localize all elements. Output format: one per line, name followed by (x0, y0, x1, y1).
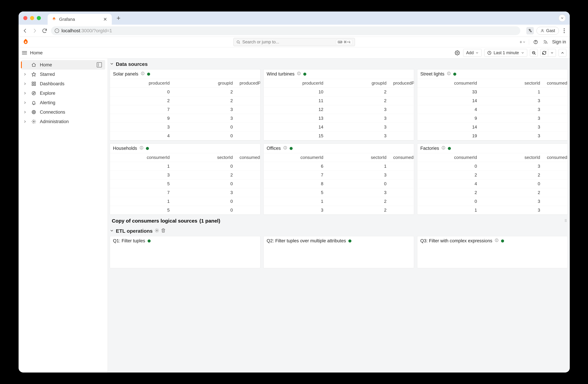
panel-header[interactable]: Households (110, 144, 260, 153)
browser-tab[interactable]: Grafana ✕ (48, 14, 112, 25)
table-row[interactable]: 61 (264, 162, 414, 171)
table-row[interactable]: 12 (264, 197, 414, 206)
sidebar-item-home[interactable]: Home (21, 60, 105, 70)
table-row[interactable]: 10 (110, 162, 260, 171)
table-row[interactable]: 73 (264, 171, 414, 179)
help-button[interactable] (532, 39, 539, 45)
panel-header[interactable]: Q3: Filter with complex expressions (417, 236, 567, 246)
table-row[interactable]: 133 (264, 114, 414, 123)
table-row[interactable]: 50 (110, 179, 260, 188)
table-row[interactable]: 03 (417, 162, 567, 171)
table-row[interactable]: 80 (264, 179, 414, 188)
info-icon[interactable] (283, 146, 287, 151)
col-header[interactable]: consumerId (264, 153, 327, 162)
info-icon[interactable] (140, 146, 144, 151)
table-row[interactable]: 40 (417, 179, 567, 188)
table-row[interactable]: 93 (110, 114, 260, 123)
info-icon[interactable] (297, 71, 301, 77)
sidebar-item-starred[interactable]: Starred (19, 70, 107, 79)
table-row[interactable]: 331 (417, 88, 567, 96)
col-header[interactable]: groupId (173, 79, 236, 88)
row-settings-icon[interactable] (155, 228, 159, 234)
address-input[interactable]: localhost:3000/?orgId=1 (51, 26, 520, 35)
table-row[interactable]: 43 (417, 105, 567, 114)
nav-reload-button[interactable] (41, 27, 48, 34)
add-panel-button[interactable]: Add (463, 49, 482, 57)
tab-list-button[interactable] (559, 15, 566, 21)
sign-in-link[interactable]: Sign in (552, 39, 566, 44)
table-row[interactable]: 50 (110, 206, 260, 215)
table-row[interactable]: 102 (264, 88, 414, 96)
sidebar-item-connections[interactable]: Connections (19, 107, 107, 117)
panel-header[interactable]: Q1: Filter tuples (110, 236, 260, 246)
profile-button[interactable]: Gast (537, 27, 559, 35)
table-row[interactable]: 153 (264, 131, 414, 140)
row-copy-consumers[interactable]: Copy of consumers logical sources (1 pan… (110, 215, 568, 225)
table-row[interactable]: 143 (417, 96, 567, 105)
row-delete-icon[interactable] (161, 228, 166, 234)
table-row[interactable]: 112 (264, 96, 414, 105)
table-row[interactable]: 10 (110, 197, 260, 206)
panel-offices[interactable]: OfficesconsumerIdsectorIdconsumedP617380… (263, 144, 414, 215)
dashboard-settings-button[interactable] (454, 50, 461, 56)
translate-button[interactable] (526, 27, 534, 34)
table-row[interactable]: 143 (417, 123, 567, 131)
table-row[interactable]: 73 (110, 105, 260, 114)
info-icon[interactable] (441, 146, 445, 151)
info-icon[interactable] (447, 71, 451, 77)
table-row[interactable]: 53 (264, 188, 414, 197)
menu-toggle-button[interactable] (22, 51, 27, 54)
panel-q3-filter-with-complex-expressions[interactable]: Q3: Filter with complex expressions (417, 236, 568, 268)
panel-header[interactable]: Factories (417, 144, 567, 153)
table-row[interactable]: 193 (417, 131, 567, 140)
rss-button[interactable] (542, 39, 549, 45)
table-row[interactable]: 73 (110, 188, 260, 197)
row-etl-operations[interactable]: ETL operations (110, 225, 568, 235)
panel-header[interactable]: Offices (264, 144, 414, 153)
browser-menu-button[interactable] (562, 27, 567, 34)
col-header[interactable]: consumedP (236, 153, 260, 162)
table-row[interactable]: 22 (110, 96, 260, 105)
col-header[interactable]: sectorId (481, 153, 544, 162)
table-row[interactable]: 30 (110, 123, 260, 131)
sidebar-item-dashboards[interactable]: Dashboards (19, 79, 107, 88)
table-row[interactable]: 02 (110, 88, 260, 96)
table-row[interactable]: 32 (264, 206, 414, 215)
nav-back-button[interactable] (21, 27, 28, 34)
row-data-sources[interactable]: Data sources (110, 58, 568, 68)
sidebar-item-explore[interactable]: Explore (19, 88, 107, 98)
table-row[interactable]: 13 (417, 206, 567, 215)
col-header[interactable]: sectorId (327, 153, 390, 162)
info-icon[interactable] (495, 238, 499, 243)
col-header[interactable]: consumerId (110, 153, 173, 162)
window-close-button[interactable] (23, 16, 27, 20)
col-header[interactable]: consumedP (544, 79, 567, 88)
col-header[interactable]: producerId (264, 79, 327, 88)
table-row[interactable]: 32 (110, 171, 260, 179)
breadcrumb[interactable]: Home (30, 50, 43, 56)
table-row[interactable]: 40 (110, 131, 260, 140)
collapse-sidebar-button[interactable] (97, 62, 102, 67)
panel-households[interactable]: HouseholdsconsumerIdsectorIdconsumedP103… (110, 144, 260, 215)
site-info-icon[interactable] (55, 28, 59, 33)
panel-header[interactable]: Solar panels (110, 69, 260, 79)
panel-factories[interactable]: FactoriesconsumerIdsectorIdconsumedP0322… (417, 144, 568, 215)
panel-header[interactable]: Q2: Filter tuples over multiple attribut… (264, 236, 414, 246)
nav-forward-button[interactable] (31, 27, 38, 34)
col-header[interactable]: producerId (110, 79, 173, 88)
col-header[interactable]: sectorId (481, 79, 544, 88)
panel-header[interactable]: Street lights (417, 69, 567, 79)
panel-wind-turbines[interactable]: Wind turbinesproducerIdgroupIdproducedP1… (263, 69, 414, 141)
panel-q2-filter-tuples-over-multiple-attributes[interactable]: Q2: Filter tuples over multiple attribut… (263, 236, 414, 268)
new-tab-button[interactable]: + (117, 14, 120, 22)
topbar-add-button[interactable] (519, 39, 525, 45)
sidebar-item-alerting[interactable]: Alerting (19, 98, 107, 107)
panel-header[interactable]: Wind turbines (264, 69, 414, 79)
table-row[interactable]: 22 (417, 171, 567, 179)
refresh-interval-button[interactable] (548, 49, 556, 57)
window-maximize-button[interactable] (37, 16, 41, 20)
col-header[interactable]: consumerId (417, 153, 481, 162)
refresh-button[interactable] (540, 49, 548, 57)
tab-close-button[interactable]: ✕ (103, 16, 108, 23)
drag-handle-icon[interactable] (564, 218, 568, 224)
